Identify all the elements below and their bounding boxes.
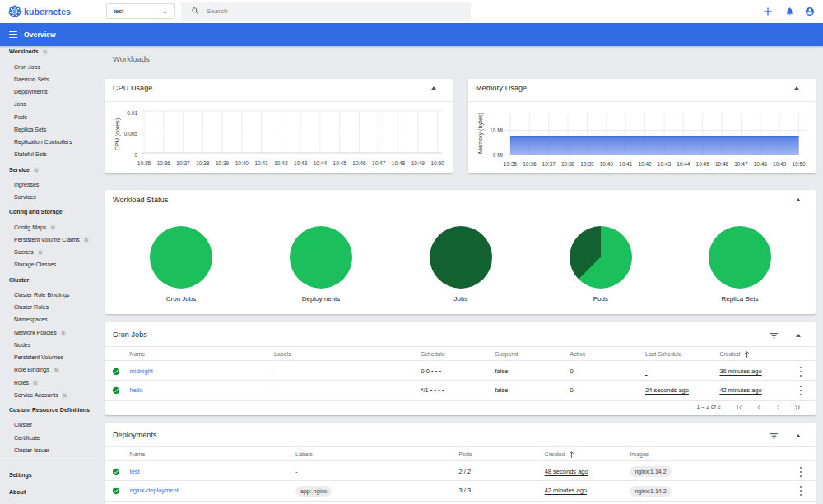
svg-text:10:50: 10:50 <box>792 161 806 167</box>
svg-text:CPU (cores): CPU (cores) <box>114 118 121 151</box>
svg-text:10:38: 10:38 <box>196 160 210 166</box>
svg-text:10:43: 10:43 <box>294 160 308 166</box>
svg-text:10:49: 10:49 <box>773 161 787 167</box>
svg-text:10:46: 10:46 <box>715 161 729 167</box>
svg-text:10:50: 10:50 <box>430 160 444 166</box>
svg-text:10:42: 10:42 <box>274 160 288 166</box>
svg-text:10 Mi: 10 Mi <box>490 127 503 133</box>
svg-text:10:46: 10:46 <box>352 160 366 166</box>
svg-text:10:47: 10:47 <box>734 161 748 167</box>
svg-text:10:36: 10:36 <box>523 161 537 167</box>
svg-text:10:37: 10:37 <box>542 161 556 167</box>
svg-text:10:37: 10:37 <box>176 160 190 166</box>
svg-text:10:48: 10:48 <box>754 161 768 167</box>
svg-text:10:39: 10:39 <box>580 161 594 167</box>
svg-text:10:36: 10:36 <box>157 160 171 166</box>
svg-text:0: 0 <box>134 152 137 158</box>
svg-text:10:45: 10:45 <box>696 161 710 167</box>
svg-text:10:41: 10:41 <box>254 160 268 166</box>
svg-text:10:40: 10:40 <box>235 160 249 166</box>
svg-text:Memory (bytes): Memory (bytes) <box>477 113 484 154</box>
svg-text:10:39: 10:39 <box>216 160 230 166</box>
svg-text:10:43: 10:43 <box>658 161 672 167</box>
svg-text:0.005: 0.005 <box>124 131 138 136</box>
svg-text:10:38: 10:38 <box>561 161 575 167</box>
svg-text:10:49: 10:49 <box>412 160 425 166</box>
svg-text:10:42: 10:42 <box>638 161 652 167</box>
svg-text:10:41: 10:41 <box>619 161 633 167</box>
svg-text:10:35: 10:35 <box>504 161 518 167</box>
svg-text:10:47: 10:47 <box>372 160 386 166</box>
svg-text:10:45: 10:45 <box>333 160 347 166</box>
svg-text:10:44: 10:44 <box>314 160 328 166</box>
svg-text:10:40: 10:40 <box>600 161 614 167</box>
svg-text:10:35: 10:35 <box>137 160 151 166</box>
svg-text:0.01: 0.01 <box>127 110 137 116</box>
svg-text:10:44: 10:44 <box>677 161 690 167</box>
svg-text:0 Mi: 0 Mi <box>493 152 503 158</box>
svg-text:10:48: 10:48 <box>392 160 406 166</box>
